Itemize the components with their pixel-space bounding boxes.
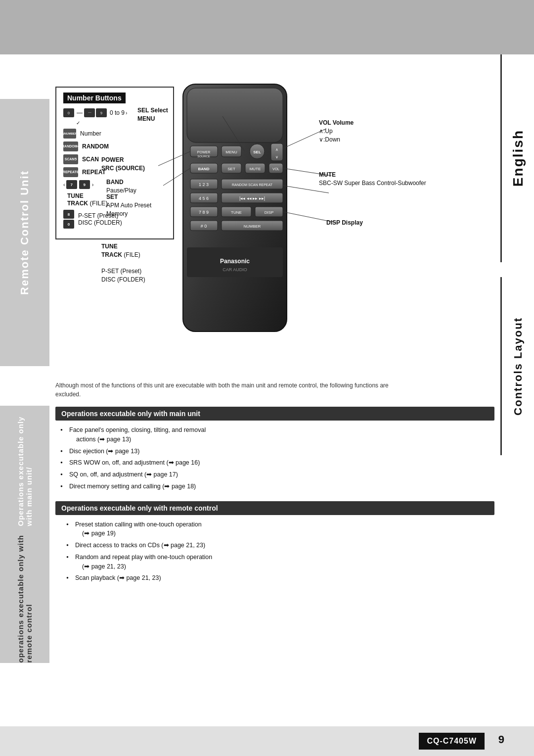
svg-text:SEL: SEL — [253, 150, 261, 154]
remote-header: Operations executable only with remote c… — [55, 501, 494, 515]
remote-item-1: Preset station calling with one-touch op… — [66, 520, 494, 539]
svg-text:|◂◂  ◂◂  ▸▸  ▸▸|: |◂◂ ◂◂ ▸▸ ▸▸| — [239, 196, 265, 201]
svg-text:MUTE: MUTE — [250, 167, 261, 171]
remote-item-3: Random and repeat play with one-touch op… — [66, 553, 494, 571]
power-src-label: POWER SRC (SOURCE) — [101, 156, 145, 173]
svg-text:SOURCE: SOURCE — [197, 155, 210, 158]
sidebar-english: English — [500, 54, 534, 262]
sel-label: SEL Select MENU — [137, 106, 168, 123]
main-unit-item-5: Direct memory setting and calling (➡ pag… — [60, 482, 494, 491]
mute-label: MUTE SBC-SW Super Bass Control-Subwoofer — [319, 171, 426, 188]
svg-text:MENU: MENU — [225, 150, 237, 154]
vol-label: VOL Volume ∧:Up ∨:Down — [319, 119, 354, 143]
remote-item-4: Scan playback (➡ page 21, 23) — [66, 573, 494, 583]
svg-text:Panasonic: Panasonic — [220, 258, 250, 265]
tune-track-label: TUNE TRACK (FILE) — [101, 242, 140, 259]
main-unit-item-1: Face panel's opening, closing, tilting, … — [60, 425, 494, 444]
remote-item-2: Direct access to tracks on CDs (➡ page 2… — [66, 541, 494, 550]
svg-text:POWER: POWER — [197, 150, 210, 154]
english-label: English — [510, 130, 526, 187]
controls-layout-label: Controls Layout — [512, 317, 525, 416]
svg-text:DISP: DISP — [265, 210, 274, 215]
main-unit-header: Operations executable only with main uni… — [55, 407, 494, 421]
svg-text:BAND: BAND — [198, 167, 209, 171]
svg-text:CAR AUDIO: CAR AUDIO — [222, 267, 247, 272]
operations-intro: Although most of the functions of this u… — [55, 381, 401, 399]
bottom-bar: CQ-C7405W — [0, 726, 534, 756]
pset-disc-label: P-SET (Preset) DISC (FOLDER) — [101, 267, 145, 284]
svg-text:NUMBER: NUMBER — [244, 224, 261, 229]
svg-text:#  0: # 0 — [201, 224, 207, 229]
main-unit-item-3: SRS WOW on, off, and adjustment (➡ page … — [60, 458, 494, 468]
svg-text:1  2  3: 1 2 3 — [199, 182, 209, 187]
model-badge: CQ-C7405W — [419, 733, 485, 750]
operations-main-unit-label: Operations executable only with main uni… — [16, 406, 33, 526]
top-bar — [0, 0, 534, 54]
operations-remote-label: operations executable only with remote c… — [16, 530, 33, 663]
page-number: 9 — [498, 733, 504, 746]
main-unit-list: Face panel's opening, closing, tilting, … — [55, 425, 494, 491]
svg-text:4  5  6: 4 5 6 — [199, 196, 209, 201]
svg-text:SET: SET — [227, 167, 235, 171]
disp-label: DISP Display — [326, 219, 363, 227]
svg-text:∧: ∧ — [275, 147, 278, 152]
remote-svg: Panasonic CAR AUDIO POWER SOURCE MENU SE… — [49, 79, 420, 366]
svg-rect-1 — [187, 88, 283, 142]
set-label: SET APM Auto Preset Memory — [106, 193, 151, 218]
svg-text:TUNE: TUNE — [231, 210, 242, 215]
sidebar-controls: Controls Layout — [500, 277, 534, 455]
operations-section: Although most of the functions of this u… — [55, 381, 494, 591]
remote-control-unit-label: Remote Control Unit — [18, 170, 31, 295]
remote-diagram: Panasonic CAR AUDIO POWER SOURCE MENU SE… — [49, 79, 420, 366]
sidebar-remote-control-unit: Remote Control Unit — [0, 99, 49, 366]
main-unit-item-2: Disc ejection (➡ page 13) — [60, 447, 494, 456]
svg-text:7  8  9: 7 8 9 — [199, 210, 209, 215]
svg-text:VOL: VOL — [272, 167, 279, 171]
svg-text:∨: ∨ — [275, 155, 278, 159]
band-label: BAND Pause/Play — [106, 178, 136, 195]
svg-text:RANDOM  SCAN  REPEAT: RANDOM SCAN REPEAT — [232, 183, 273, 187]
sidebar-operations: Operations executable only with main uni… — [0, 406, 49, 663]
remote-list: Preset station calling with one-touch op… — [55, 520, 494, 583]
main-unit-item-4: SQ on, off, and adjustment (➡ page 17) — [60, 470, 494, 479]
page: English Controls Layout Remote Control U… — [0, 0, 534, 756]
